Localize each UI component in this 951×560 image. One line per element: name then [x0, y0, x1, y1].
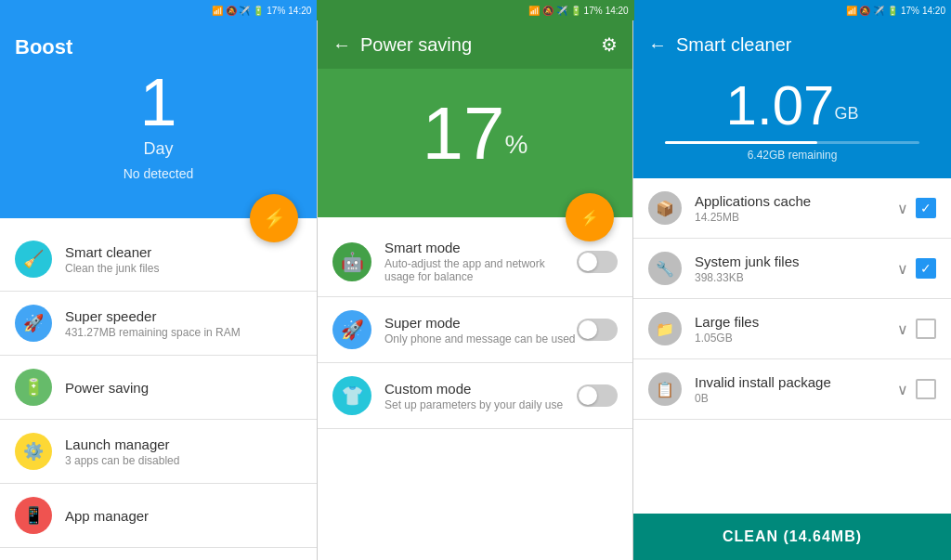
boost-fab-icon: ⚡	[263, 207, 286, 229]
boost-item-text-4: App manager	[65, 508, 149, 524]
smart-item-checkbox-1[interactable]: ✓	[916, 258, 936, 279]
boost-time: 14:20	[288, 6, 311, 16]
smart-header: ← Smart cleaner	[633, 20, 951, 69]
smart-item-controls-0: ∨ ✓	[897, 198, 936, 218]
smart-battery: 17%	[901, 6, 919, 16]
smart-storage-area: 1.07GB 6.42GB remaining	[633, 69, 951, 178]
power-fab-button[interactable]: ⚡	[566, 193, 614, 241]
smart-header-title: Smart cleaner	[676, 34, 936, 56]
boost-day-number: 1	[139, 69, 176, 136]
smart-back-button[interactable]: ←	[648, 34, 667, 56]
smart-item-chevron-3[interactable]: ∨	[897, 381, 908, 398]
smart-item-text-0: Applications cache 14.25MB	[695, 193, 897, 224]
power-mode-item-1: 🚀 Super mode Only phone and message can …	[318, 297, 632, 363]
power-status-bar: 📶 🔕 ✈️ 🔋 17% 14:20	[317, 0, 633, 20]
boost-item-label-1: Super speeder	[65, 308, 241, 324]
power-mode-icon-2: 👕	[332, 376, 371, 415]
boost-detected: No detected	[124, 166, 194, 181]
power-header-title: Power saving	[360, 34, 601, 56]
boost-header: Boost 1 Day No detected ⚡	[0, 20, 317, 218]
boost-day-label: Day	[143, 139, 173, 159]
boost-list-item[interactable]: ⚙️ Launch manager 3 apps can be disabled	[0, 420, 317, 484]
smart-item-controls-2: ∨	[897, 319, 936, 339]
power-mode-name-0: Smart mode	[384, 240, 577, 255]
power-battery: 17%	[584, 6, 603, 16]
power-mode-name-2: Custom mode	[384, 381, 577, 397]
smart-item-controls-1: ∨ ✓	[897, 258, 936, 279]
power-percent-number: 17	[423, 92, 505, 175]
storage-unit: GB	[834, 104, 858, 123]
storage-number: 1.07	[726, 74, 835, 137]
clean-button[interactable]: CLEAN (14.64MB)	[633, 514, 951, 560]
smart-item-name-0: Applications cache	[695, 193, 897, 209]
boost-status-bar: 📶 🔕 ✈️ 🔋 17% 14:20	[0, 0, 317, 20]
smart-status-bar: 📶 🔕 ✈️ 🔋 17% 14:20	[634, 0, 951, 20]
smart-item-icon-1: 🔧	[648, 252, 682, 285]
smart-item-name-2: Large files	[695, 314, 897, 330]
power-mode-text-1: Super mode Only phone and message can be…	[384, 315, 577, 345]
power-mode-icon-0: 🤖	[332, 242, 371, 281]
boost-list-item[interactable]: 🔋 Power saving	[0, 356, 317, 420]
boost-list-item[interactable]: 📱 App manager	[0, 484, 317, 548]
power-back-button[interactable]: ←	[332, 34, 351, 56]
power-mode-text-2: Custom mode Set up parameters by your da…	[384, 381, 577, 411]
smart-item-checkbox-0[interactable]: ✓	[916, 198, 936, 218]
smart-status-icons: 📶 🔕 ✈️ 🔋 17% 14:20	[846, 6, 945, 16]
power-mode-desc-2: Set up parameters by your daily use	[384, 398, 577, 411]
boost-fab-button[interactable]: ⚡	[250, 194, 298, 242]
boost-item-icon-3: ⚙️	[15, 433, 52, 470]
smart-item-icon-3: 📋	[648, 372, 682, 406]
smart-item-controls-3: ∨	[897, 379, 936, 399]
power-mode-toggle-2[interactable]	[577, 384, 618, 407]
power-mode-toggle-0[interactable]	[577, 251, 618, 273]
power-mode-icon-1: 🚀	[332, 310, 371, 349]
power-time: 14:20	[606, 6, 629, 16]
power-mode-toggle-1[interactable]	[577, 319, 618, 341]
boost-item-icon-4: 📱	[15, 497, 52, 534]
smart-items-list: 📦 Applications cache 14.25MB ∨ ✓ 🔧 Syste…	[633, 178, 951, 514]
power-fab-icon: ⚡	[580, 209, 599, 227]
boost-list: 🧹 Smart cleaner Clean the junk files 🚀 S…	[0, 218, 317, 560]
power-mode-text-0: Smart mode Auto-adjust the app and netwo…	[384, 240, 577, 283]
panels-container: Boost 1 Day No detected ⚡ 🧹 Smart cleane…	[0, 20, 951, 560]
boost-item-text-1: Super speeder 431.27MB remaining space i…	[65, 308, 241, 339]
power-panel: ← Power saving ⚙ 17% ⚡ 🤖 Smart mode Auto…	[317, 20, 633, 560]
boost-item-sub-0: Clean the junk files	[65, 262, 159, 275]
boost-item-icon-1: 🚀	[15, 305, 52, 342]
power-mode-name-1: Super mode	[384, 315, 577, 331]
smart-item-text-2: Large files 1.05GB	[695, 314, 897, 345]
boost-item-icon-2: 🔋	[15, 369, 52, 406]
boost-item-text-3: Launch manager 3 apps can be disabled	[65, 436, 179, 467]
smart-item-icon-2: 📁	[648, 312, 682, 345]
smart-item-3: 📋 Invalid install package 0B ∨	[633, 359, 951, 420]
smart-item-checkbox-2[interactable]	[916, 319, 936, 339]
status-bar: 📶 🔕 ✈️ 🔋 17% 14:20 📶 🔕 ✈️ 🔋 17% 14:20 📶 …	[0, 0, 951, 20]
smart-item-1: 🔧 System junk files 398.33KB ∨ ✓	[633, 239, 951, 299]
smart-item-chevron-0[interactable]: ∨	[897, 200, 908, 217]
storage-display: 1.07GB	[726, 78, 859, 134]
smart-item-2: 📁 Large files 1.05GB ∨	[633, 299, 951, 359]
smart-item-chevron-1[interactable]: ∨	[897, 260, 908, 278]
boost-item-label-2: Power saving	[65, 380, 149, 396]
smart-item-icon-0: 📦	[648, 191, 682, 225]
boost-battery: 17%	[267, 6, 285, 16]
power-mode-desc-1: Only phone and message can be used	[384, 332, 577, 345]
storage-bar-container	[665, 141, 919, 144]
smart-item-size-2: 1.05GB	[695, 332, 897, 345]
boost-panel: Boost 1 Day No detected ⚡ 🧹 Smart cleane…	[0, 20, 317, 560]
power-percent-symbol: %	[505, 130, 528, 159]
boost-item-label-4: App manager	[65, 508, 149, 524]
storage-bar-fill	[665, 141, 817, 144]
boost-status-icons: 📶 🔕 ✈️ 🔋 17% 14:20	[212, 6, 311, 16]
smart-panel: ← Smart cleaner 1.07GB 6.42GB remaining …	[633, 20, 951, 560]
power-gear-icon[interactable]: ⚙	[601, 33, 618, 56]
power-percentage-display: 17%	[423, 97, 528, 171]
storage-remaining: 6.42GB remaining	[748, 149, 838, 162]
smart-item-name-1: System junk files	[695, 254, 897, 269]
smart-item-size-0: 14.25MB	[695, 211, 897, 224]
boost-list-item[interactable]: 🚀 Super speeder 431.27MB remaining space…	[0, 292, 317, 356]
boost-title: Boost	[15, 35, 72, 59]
smart-item-chevron-2[interactable]: ∨	[897, 320, 908, 338]
smart-item-size-1: 398.33KB	[695, 271, 897, 284]
smart-item-checkbox-3[interactable]	[916, 379, 936, 399]
